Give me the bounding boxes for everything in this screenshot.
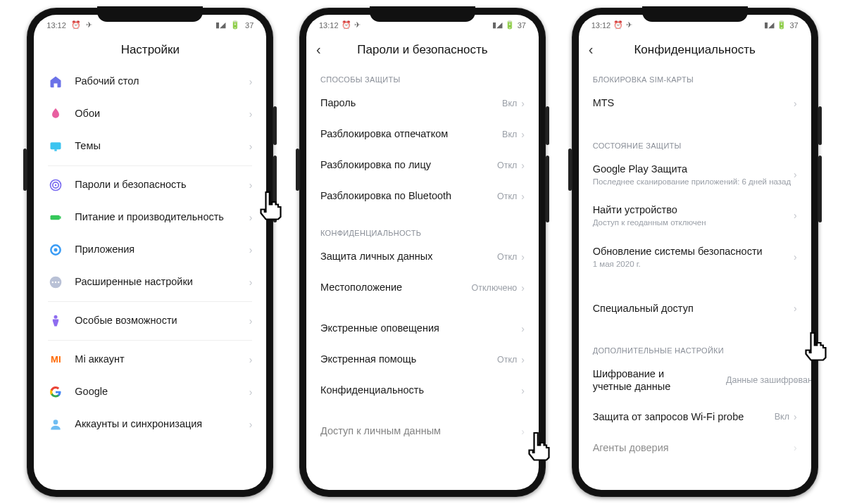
row-passwords-security[interactable]: Пароли и безопасность › (34, 169, 266, 201)
row-label: Расширенные настройки (75, 275, 249, 288)
chevron-right-icon: › (249, 141, 253, 152)
svg-point-11 (55, 281, 57, 283)
row-security-update[interactable]: Обновление системы безопасности 1 мая 20… (579, 237, 811, 278)
row-label: Питание и производительность (75, 210, 249, 223)
chevron-right-icon: › (249, 244, 253, 256)
gear-icon (48, 242, 63, 258)
svg-point-4 (55, 184, 57, 186)
chevron-right-icon: › (521, 385, 525, 396)
row-emergency-help[interactable]: Экстренная помощь Откл › (306, 344, 539, 375)
chevron-right-icon: › (249, 354, 253, 365)
row-play-protect[interactable]: Google Play Защита Последнее сканировани… (579, 154, 811, 196)
header: ‹ Пароли и безопасность (306, 33, 539, 65)
chevron-right-icon: › (794, 374, 797, 386)
row-encryption[interactable]: Шифрование и учетные данные Данные зашиф… (579, 359, 811, 401)
row-apps[interactable]: Приложения › (34, 234, 266, 266)
section-protection: СПОСОБЫ ЗАЩИТЫ (306, 65, 539, 88)
svg-point-12 (58, 281, 60, 283)
svg-rect-5 (51, 215, 60, 220)
chevron-right-icon: › (794, 210, 797, 221)
svg-rect-6 (60, 216, 61, 218)
send-icon: ✈ (86, 20, 92, 29)
row-location[interactable]: Местоположение Отключено › (306, 272, 539, 303)
row-google[interactable]: Google › (34, 376, 266, 408)
row-label: Обои (75, 107, 249, 120)
section-sim-lock: БЛОКИРОВКА SIM-КАРТЫ (579, 65, 811, 88)
row-wifi-probe[interactable]: Защита от запросов Wi-Fi probe Вкл › (579, 401, 811, 432)
fingerprint-icon (48, 177, 63, 193)
chevron-right-icon: › (794, 303, 797, 314)
status-bar: 13:12⏰✈ ▮◢🔋37 (579, 15, 811, 33)
row-label: Аккаунты и синхронизация (75, 417, 249, 430)
row-label: Mi аккаунт (75, 353, 249, 365)
chevron-right-icon: › (249, 315, 253, 327)
phone-confidentiality: 13:12⏰✈ ▮◢🔋37 ‹ Конфиденциальность БЛОКИ… (572, 8, 818, 497)
row-label: Особые возможности (75, 314, 249, 327)
chevron-right-icon: › (521, 282, 525, 294)
svg-point-10 (52, 281, 54, 283)
header: Настройки (34, 33, 266, 65)
row-label: Google (75, 385, 249, 398)
row-personal-data[interactable]: Защита личных данных Откл › (306, 241, 539, 272)
page-title: Пароли и безопасность (357, 43, 487, 57)
chevron-right-icon: › (521, 191, 525, 202)
chevron-right-icon: › (521, 98, 525, 109)
row-home-screen[interactable]: Рабочий стол › (34, 65, 266, 98)
row-themes[interactable]: Темы › (34, 130, 266, 163)
row-battery-perf[interactable]: Питание и производительность › (34, 201, 266, 234)
home-icon (48, 74, 63, 89)
accessibility-icon (48, 313, 63, 329)
more-icon (48, 275, 63, 290)
svg-rect-0 (51, 142, 61, 149)
row-advanced[interactable]: Расширенные настройки › (34, 266, 266, 298)
section-privacy: КОНФИДЕНЦИАЛЬНОСТЬ (306, 219, 539, 241)
chevron-right-icon: › (521, 426, 525, 437)
back-button[interactable]: ‹ (316, 41, 321, 57)
row-bluetooth-unlock[interactable]: Разблокировка по Bluetooth Откл › (306, 181, 539, 212)
chevron-right-icon: › (249, 277, 253, 288)
row-mi-account[interactable]: MI Mi аккаунт › (34, 344, 266, 376)
section-protection-status: СОСТОЯНИЕ ЗАЩИТЫ (579, 132, 811, 154)
chevron-right-icon: › (794, 169, 797, 180)
svg-rect-1 (55, 149, 57, 151)
row-accessibility[interactable]: Особые возможности › (34, 305, 266, 337)
row-face-unlock[interactable]: Разблокировка по лицу Откл › (306, 150, 539, 181)
svg-point-13 (54, 315, 58, 318)
row-wallpaper[interactable]: Обои › (34, 98, 266, 130)
chevron-right-icon: › (521, 251, 525, 263)
chevron-right-icon: › (794, 411, 797, 422)
row-trust-agents[interactable]: Агенты доверия › (579, 432, 811, 463)
chevron-right-icon: › (521, 323, 525, 334)
battery-icon (48, 210, 63, 225)
row-special-access[interactable]: Специальный доступ › (579, 293, 811, 324)
page-title: Конфиденциальность (634, 43, 755, 57)
status-time: 13:12 (46, 21, 66, 30)
alarm-icon: ⏰ (71, 20, 81, 29)
page-title: Настройки (121, 43, 180, 57)
section-additional: ДОПОЛНИТЕЛЬНЫЕ НАСТРОЙКИ (579, 336, 811, 359)
row-password[interactable]: Пароль Вкл › (306, 88, 539, 119)
battery-icon: 🔋 (230, 20, 240, 29)
row-label: Приложения (75, 243, 249, 256)
row-label: Рабочий стол (75, 75, 249, 87)
phone-settings: 13:12 ⏰ ✈ ▮◢ 🔋 37 Настройки Рабочий стол… (27, 8, 273, 497)
wallpaper-icon (48, 106, 63, 122)
chevron-right-icon: › (521, 354, 525, 365)
chevron-right-icon: › (249, 76, 253, 87)
row-mts[interactable]: MTS › (579, 88, 811, 119)
row-accounts-sync[interactable]: Аккаунты и синхронизация › (34, 408, 266, 441)
row-emergency-alerts[interactable]: Экстренные оповещения › (306, 313, 539, 344)
chevron-right-icon: › (794, 442, 797, 453)
themes-icon (48, 139, 63, 154)
chevron-right-icon: › (249, 419, 253, 430)
chevron-right-icon: › (249, 179, 253, 191)
account-sync-icon (48, 417, 63, 432)
back-button[interactable]: ‹ (589, 41, 594, 57)
row-find-device[interactable]: Найти устройство Доступ к геоданным откл… (579, 195, 811, 237)
row-confidentiality[interactable]: Конфиденциальность › (306, 375, 539, 406)
status-bar: 13:12 ⏰ ✈ ▮◢ 🔋 37 (34, 15, 266, 33)
row-fingerprint-unlock[interactable]: Разблокировка отпечатком Вкл › (306, 119, 539, 150)
mi-icon: MI (48, 352, 63, 367)
signal-icon: ▮◢ (215, 20, 225, 29)
row-personal-access[interactable]: Доступ к личным данным › (306, 416, 539, 447)
